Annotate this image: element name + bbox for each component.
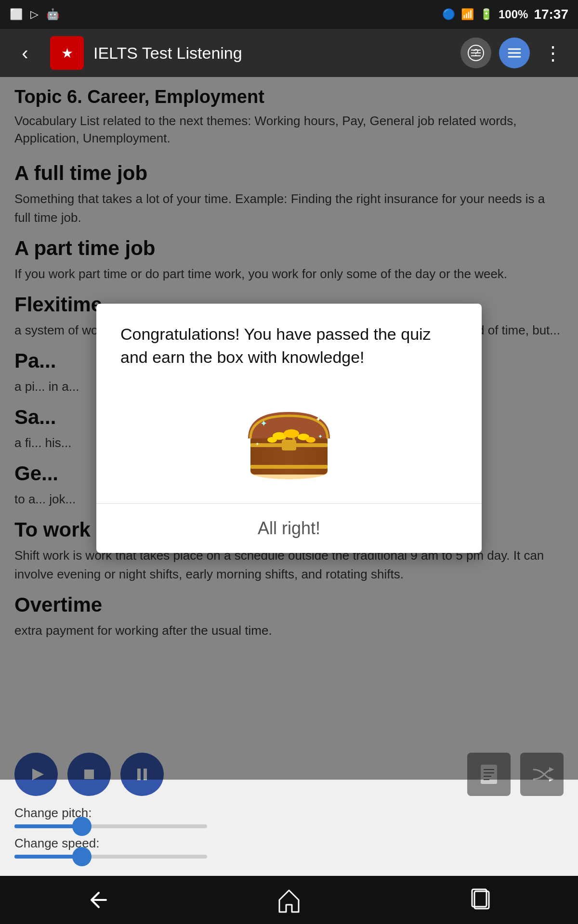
svg-text:★: ★ (61, 46, 73, 61)
home-nav-button[interactable] (270, 881, 308, 919)
list-icon (506, 44, 523, 62)
svg-text:✦: ✦ (260, 419, 267, 428)
treasure-chest-image: ✦ ✦ ✦ ✦ (236, 383, 342, 479)
bottom-nav (0, 876, 578, 924)
wifi-icon: 📶 (461, 8, 474, 21)
back-button[interactable]: ‹ (10, 38, 40, 68)
all-right-button[interactable]: All right! (96, 504, 482, 553)
app-title: IELTS Test Listening (93, 44, 451, 63)
pitch-control: Change pitch: (14, 806, 564, 828)
recents-nav-icon (467, 886, 496, 914)
speed-label: Change speed: (14, 836, 564, 851)
svg-text:✦: ✦ (255, 441, 259, 447)
battery-icon: 🔋 (480, 8, 493, 21)
svg-text:✦: ✦ (318, 433, 323, 440)
status-bar-right: 🔵 📶 🔋 100% 17:37 (442, 7, 568, 22)
back-chevron-icon: ‹ (22, 42, 28, 64)
dialog-body: Congratulations! You have passed the qui… (96, 304, 482, 503)
quiz-icon-button[interactable]: ? (460, 38, 491, 68)
back-nav-button[interactable] (77, 881, 116, 919)
all-right-label: All right! (258, 518, 320, 539)
congratulations-dialog: Congratulations! You have passed the qui… (96, 304, 482, 553)
dialog-message: Congratulations! You have passed the qui… (120, 323, 458, 369)
status-bar: ⬜ ▷ 🤖 🔵 📶 🔋 100% 17:37 (0, 0, 578, 29)
bluetooth-icon: 🔵 (442, 8, 455, 21)
recents-nav-button[interactable] (462, 881, 501, 919)
list-icon-button[interactable] (499, 38, 530, 68)
speed-slider[interactable] (14, 855, 207, 859)
more-dots-icon: ⋮ (543, 42, 563, 64)
app-bar-actions: ? ⋮ (460, 38, 568, 68)
app-logo: ★ (50, 36, 84, 70)
speed-control: Change speed: (14, 836, 564, 859)
svg-rect-14 (250, 465, 328, 469)
gamepad-icon: ▷ (30, 8, 39, 21)
screen-icon: ⬜ (10, 8, 23, 21)
svg-point-18 (284, 429, 299, 438)
more-options-button[interactable]: ⋮ (538, 38, 568, 68)
home-nav-icon (275, 886, 303, 914)
app-bar: ‹ ★ IELTS Test Listening ? ⋮ (0, 29, 578, 77)
svg-point-20 (267, 437, 277, 443)
svg-text:✦: ✦ (315, 415, 321, 423)
quiz-icon: ? (467, 44, 485, 62)
status-bar-left: ⬜ ▷ 🤖 (10, 8, 59, 21)
svg-point-21 (306, 437, 315, 443)
back-nav-icon (82, 886, 111, 914)
android-icon: 🤖 (46, 8, 59, 21)
main-content: Topic 6. Career, Employment Vocabulary L… (0, 77, 578, 780)
dialog-image: ✦ ✦ ✦ ✦ (120, 383, 458, 479)
battery-percent: 100% (499, 8, 528, 21)
pitch-label: Change pitch: (14, 806, 564, 821)
flag-icon: ★ (55, 41, 79, 65)
clock: 17:37 (534, 7, 568, 22)
pitch-slider[interactable] (14, 824, 207, 828)
